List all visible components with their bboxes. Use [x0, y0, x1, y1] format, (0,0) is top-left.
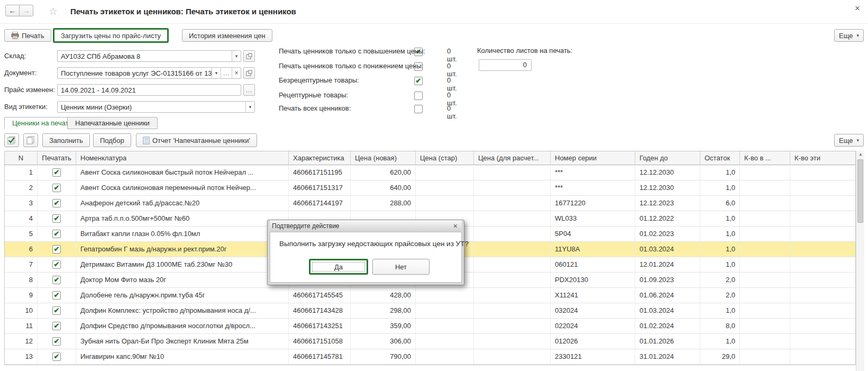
document-open-button[interactable]: [243, 67, 255, 79]
cell-price-calc: [474, 180, 551, 195]
cell-print: ✔: [38, 349, 76, 364]
row-print-checkbox[interactable]: ✔: [52, 276, 61, 284]
close-icon[interactable]: ×: [855, 3, 860, 14]
document-dropdown-icon[interactable]: ▾: [212, 68, 221, 78]
cell-characteristic: 4606617151317: [289, 180, 351, 195]
scroll-up-icon[interactable]: ▲: [856, 152, 865, 157]
column-header[interactable]: Номенклатура: [76, 151, 289, 165]
title-separator: [0, 23, 868, 24]
row-print-checkbox[interactable]: ✔: [52, 199, 61, 207]
row-print-checkbox[interactable]: ✔: [52, 184, 61, 192]
column-header[interactable]: Цена (стар): [416, 151, 474, 165]
price-period-label: Прайс изменен:: [4, 86, 55, 94]
dialog-close-icon[interactable]: ×: [451, 222, 460, 230]
filter-count: 0 шт.: [447, 47, 457, 63]
back-button[interactable]: ←: [5, 5, 20, 16]
warehouse-field[interactable]: АУ1032 СПб Абрамова 8 ▾: [57, 50, 241, 62]
forward-button[interactable]: →: [19, 5, 33, 16]
table-row[interactable]: 10✔Долфин Комплекс: устройство д/промыва…: [5, 303, 855, 319]
cell-stock: 1,0: [700, 227, 740, 241]
chevron-down-icon: ▾: [856, 138, 859, 143]
filter-checkbox[interactable]: ✔: [414, 77, 423, 85]
toolbar-more-button[interactable]: Еще ▾: [834, 29, 864, 42]
uncheck-all-button[interactable]: [23, 133, 38, 147]
cell-price-old: [416, 319, 474, 333]
table-row[interactable]: 2✔Авент Соска силиконовая переменный пот…: [5, 180, 855, 196]
cell-qty-labels: [790, 227, 856, 241]
filter-label: Рецептурные товары:: [279, 91, 412, 99]
sheets-count-input[interactable]: 0: [479, 59, 532, 71]
label-kind-dropdown-icon[interactable]: ▾: [245, 102, 254, 112]
check-icon: ✔: [416, 77, 422, 84]
cell-qty-labels: [790, 349, 856, 364]
dialog-no-button[interactable]: Нет: [372, 259, 430, 275]
table-row[interactable]: 9✔Долобене гель д/наружн.прим.туба 45г46…: [5, 288, 855, 303]
column-header[interactable]: Цена (для расчет...: [474, 151, 551, 165]
cell-qty-box: [740, 349, 790, 364]
cell-nomenclature: Артра таб.п.п.о.500мг+500мг №60: [76, 211, 289, 226]
filter-label: Печать ценников только с повышением цены…: [279, 47, 425, 55]
load-prices-button[interactable]: Загрузить цены по прайс-листу: [53, 28, 169, 43]
filter-checkbox[interactable]: [414, 92, 423, 100]
dialog-yes-button[interactable]: Да: [309, 259, 368, 275]
label-kind-field[interactable]: Ценник мини (Озерки) ▾: [57, 101, 255, 113]
cell-series: 012026: [551, 334, 635, 349]
pick-button[interactable]: Подбор: [93, 133, 131, 147]
check-icon: ✔: [54, 322, 60, 329]
price-history-button[interactable]: История изменения цен: [182, 29, 272, 42]
row-print-checkbox[interactable]: ✔: [52, 260, 61, 269]
price-period-choose-button[interactable]: ...: [243, 84, 255, 96]
check-all-button[interactable]: [4, 133, 19, 147]
row-print-checkbox[interactable]: ✔: [52, 352, 61, 361]
filter-row: Безрецептурные товары:: [279, 76, 412, 86]
column-header[interactable]: Номер серии: [551, 151, 635, 165]
filter-checkbox[interactable]: [414, 105, 423, 113]
document-choose-button[interactable]: ...: [221, 68, 232, 78]
row-print-checkbox[interactable]: ✔: [52, 168, 61, 177]
column-header[interactable]: Печатать: [38, 151, 76, 165]
fill-button[interactable]: Заполнить: [42, 133, 90, 147]
document-field[interactable]: Поступление товаров услуг ЭС-01315166 от…: [57, 67, 241, 79]
table-row[interactable]: 11✔Долфин Средство д/промывания носоглот…: [5, 319, 855, 334]
cell-print: ✔: [38, 180, 76, 195]
column-header[interactable]: N: [5, 151, 38, 165]
cell-characteristic: 4606617151058: [289, 334, 351, 349]
document-clear-icon[interactable]: ×: [232, 68, 241, 78]
price-period-field[interactable]: 14.09.2021 - 14.09.2021: [57, 84, 241, 96]
column-header[interactable]: К-во в ...: [740, 151, 790, 165]
cell-stock: 8,0: [700, 319, 740, 333]
cell-price-new: 288,00: [351, 196, 416, 211]
row-print-checkbox[interactable]: ✔: [52, 306, 61, 315]
row-print-checkbox[interactable]: ✔: [52, 322, 61, 330]
table-row[interactable]: 3✔Анаферон детский таб.д/рассас.№2046066…: [5, 196, 855, 211]
sheets-count-label: Количество листов на печать:: [477, 47, 572, 55]
scrollbar-thumb[interactable]: [857, 159, 863, 223]
table-vertical-scrollbar[interactable]: ▲: [856, 151, 864, 371]
print-button[interactable]: Печать: [4, 29, 51, 42]
column-header[interactable]: Годен до: [635, 151, 700, 165]
row-print-checkbox[interactable]: ✔: [52, 245, 61, 254]
printed-report-button[interactable]: Отчет 'Напечатанные ценники': [136, 133, 257, 147]
row-print-checkbox[interactable]: ✔: [52, 230, 61, 238]
row-print-checkbox[interactable]: ✔: [52, 337, 61, 346]
favorite-star-icon[interactable]: ☆: [49, 5, 58, 17]
cell-qty-labels: [790, 288, 856, 303]
cell-price-new: 640,00: [351, 180, 416, 195]
warehouse-open-button[interactable]: [243, 50, 255, 62]
cell-qty-labels: [790, 257, 856, 272]
cell-expiry: 01.12.2022: [635, 211, 700, 226]
column-header[interactable]: Остаток: [700, 151, 740, 165]
table-row[interactable]: 12✔Зубная нить Орал-Би Про Эксперт Клини…: [5, 334, 855, 349]
column-header[interactable]: Характеристика: [289, 151, 351, 165]
column-header[interactable]: Цена (новая): [351, 151, 416, 165]
row-print-checkbox[interactable]: ✔: [52, 291, 61, 300]
column-header[interactable]: К-во эти: [790, 151, 856, 165]
cell-price-old: [416, 334, 474, 349]
table-row[interactable]: 13✔Ингавирин капс.90мг №1046066171457817…: [5, 349, 855, 365]
warehouse-dropdown-icon[interactable]: ▾: [232, 51, 241, 61]
row-print-checkbox[interactable]: ✔: [52, 214, 61, 223]
table-row[interactable]: 1✔Авент Соска силиконовая быстрый поток …: [5, 165, 855, 180]
table-more-button[interactable]: Еще ▾: [834, 134, 864, 147]
tab-printed-price-tags[interactable]: Напечатанные ценники: [67, 117, 158, 129]
cell-print: ✔: [38, 319, 76, 333]
